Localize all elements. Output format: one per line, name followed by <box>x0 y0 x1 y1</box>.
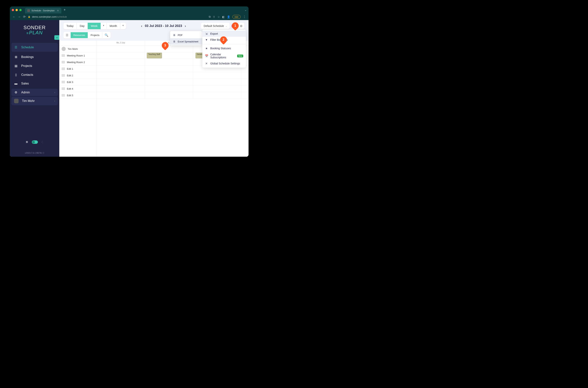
extensions-icon[interactable]: ◧ <box>222 15 225 18</box>
close-window-button[interactable] <box>12 9 14 11</box>
bookings-icon: ⊞ <box>14 55 18 59</box>
grid-row[interactable] <box>97 79 249 85</box>
help-icon[interactable]: ⓘ <box>43 152 44 154</box>
sidebar-item-admin[interactable]: ⚙ Admin › <box>11 89 58 96</box>
week-dropdown-icon[interactable]: ▼ <box>101 23 107 29</box>
day-button[interactable]: Day <box>77 23 88 29</box>
sidebar-item-profile[interactable]: Tim Mohr › <box>11 97 58 105</box>
minimize-window-button[interactable] <box>16 9 18 11</box>
kebab-menu-icon[interactable]: ⋮ <box>243 15 246 19</box>
sidebar-item-schedule[interactable]: ☰ Schedule <box>11 43 58 52</box>
grid-row[interactable] <box>97 85 249 92</box>
grid-row[interactable] <box>97 92 249 99</box>
profile-icon[interactable]: 👤 <box>227 15 230 18</box>
resource-row[interactable]: Edit 2 <box>59 72 97 79</box>
new-badge: New <box>237 54 243 57</box>
resource-column: Tim Mohr Meeting Room 1 Meeting Room 2 E… <box>59 41 97 157</box>
logo-top: SONDER <box>24 25 46 30</box>
filter-icon[interactable]: ☰ <box>64 32 71 38</box>
forward-button[interactable]: → <box>18 15 21 19</box>
collapse-sidebar-button[interactable]: « <box>54 35 60 40</box>
filter-group: ☰ Resources Projects 🔍 <box>64 32 111 38</box>
sidebar-item-projects[interactable]: ▤ Projects <box>10 61 59 70</box>
week-button[interactable]: Week <box>88 23 101 29</box>
month-button[interactable]: Month <box>107 23 120 29</box>
close-tab-icon[interactable]: ✕ <box>57 9 59 12</box>
tab-title: Schedule - Sonderplan <box>31 9 55 12</box>
url-field[interactable]: 🔒 demo.sonderplan.com/schedule <box>28 15 207 18</box>
sales-icon: ▬ <box>14 82 18 85</box>
schedule-select-label: Default Schedule <box>204 24 224 27</box>
projects-tab[interactable]: Projects <box>88 32 102 38</box>
room-icon <box>62 94 65 97</box>
resource-row[interactable]: Edit 5 <box>59 92 97 99</box>
back-button[interactable]: ← <box>13 15 16 19</box>
room-icon <box>62 74 65 77</box>
nav-label: Admin <box>21 91 30 94</box>
booking-event[interactable]: Teaching Staff <box>147 53 162 58</box>
today-button[interactable]: Today <box>64 23 77 29</box>
resource-row[interactable]: Edit 3 <box>59 79 97 85</box>
menu-export[interactable]: ⇲ Export <box>202 31 246 37</box>
filter-icon: ▼ <box>205 38 208 41</box>
nav-label: Bookings <box>21 55 34 59</box>
month-dropdown-icon[interactable]: ▼ <box>120 23 126 29</box>
tools-icon: ✕ <box>205 62 208 65</box>
date-range-label: 03 Jul 2023 - 10 Jul 2023 <box>145 24 182 28</box>
tab-overflow-icon[interactable]: ⌄ <box>245 9 247 11</box>
bookmark-icon[interactable]: ☆ <box>217 15 220 18</box>
version-text: v2023.7.0.1 BETAⓘ <box>10 152 59 157</box>
update-button[interactable]: date <box>233 15 241 19</box>
url-host: demo.sonderplan.com <box>32 15 56 18</box>
moon-icon: ☾ <box>41 140 44 144</box>
reload-button[interactable]: ⟳ <box>23 15 25 19</box>
sidebar-item-bookings[interactable]: ⊞ Bookings <box>10 52 59 61</box>
theme-toggle-switch[interactable] <box>32 140 38 144</box>
nav-label: Sales <box>21 82 29 85</box>
browser-window: Schedule - Sonderplan ✕ + ⌄ ← → ⟳ 🔒 demo… <box>10 6 249 157</box>
avatar <box>14 99 19 103</box>
nav-items: ☰ Schedule ⊞ Bookings ▤ Projects ▯ Conta… <box>10 42 59 106</box>
resources-tab[interactable]: Resources <box>71 32 88 38</box>
url-path: /schedule <box>56 15 67 18</box>
sidebar-item-sales[interactable]: ▬ Sales <box>10 79 59 88</box>
schedule-icon: ☰ <box>14 46 18 49</box>
projects-icon: ▤ <box>14 64 18 68</box>
room-icon <box>62 87 65 90</box>
prev-week-button[interactable]: ‹ <box>141 24 142 28</box>
next-week-button[interactable]: › <box>185 24 186 28</box>
share-icon[interactable]: ⇧ <box>213 15 215 18</box>
resource-row[interactable]: Meeting Room 2 <box>59 59 97 66</box>
sidebar-item-contacts[interactable]: ▯ Contacts <box>10 70 59 79</box>
nav-label: Projects <box>21 64 32 68</box>
excel-icon: 🗎 <box>173 40 176 43</box>
grid-row[interactable] <box>97 72 249 79</box>
schedule-select[interactable]: Default Schedule ⌄ <box>201 23 230 29</box>
menu-booking-statuses[interactable]: ★ Booking Statuses <box>202 45 246 51</box>
new-tab-button[interactable]: + <box>64 8 66 12</box>
logo: SONDER ≡PLAN <box>10 20 59 40</box>
theme-toggle: ☀ ☾ <box>10 136 59 152</box>
sun-icon: ☀ <box>25 140 28 144</box>
logo-bottom: PLAN <box>29 30 43 35</box>
maximize-window-button[interactable] <box>19 9 22 11</box>
export-pdf-item[interactable]: 🗎 PDF <box>170 32 202 38</box>
app-container: SONDER ≡PLAN « ☰ Schedule ⊞ Bookings ▤ P… <box>10 20 249 157</box>
pdf-icon: 🗎 <box>173 34 176 37</box>
browser-tab[interactable]: Schedule - Sonderplan ✕ <box>25 8 61 13</box>
url-right-icons: ⧉ ⇧ ☆ ◧ 👤 date ⋮ <box>209 15 246 19</box>
menu-global-settings[interactable]: ✕ Global Schedule Settings <box>202 60 246 67</box>
resource-row[interactable]: Meeting Room 1 <box>59 52 97 59</box>
search-button[interactable]: 🔍 <box>102 32 111 38</box>
star-icon: ★ <box>205 47 208 50</box>
resource-row[interactable]: Tim Mohr <box>59 46 97 52</box>
resource-row[interactable]: Edit 4 <box>59 85 97 92</box>
export-submenu: 🗎 PDF 🗎 Excel Spreadsheet <box>170 31 202 46</box>
export-excel-item[interactable]: 🗎 Excel Spreadsheet <box>170 38 202 45</box>
menu-calendar-subscriptions[interactable]: 📅 Calendar Subscriptions New <box>202 51 246 60</box>
resource-row[interactable]: Edit 1 <box>59 66 97 72</box>
day-header: Mo, 3 July <box>97 41 145 46</box>
room-icon <box>62 68 65 70</box>
open-external-icon[interactable]: ⧉ <box>209 15 211 18</box>
settings-button[interactable]: ⚙ <box>238 23 244 29</box>
